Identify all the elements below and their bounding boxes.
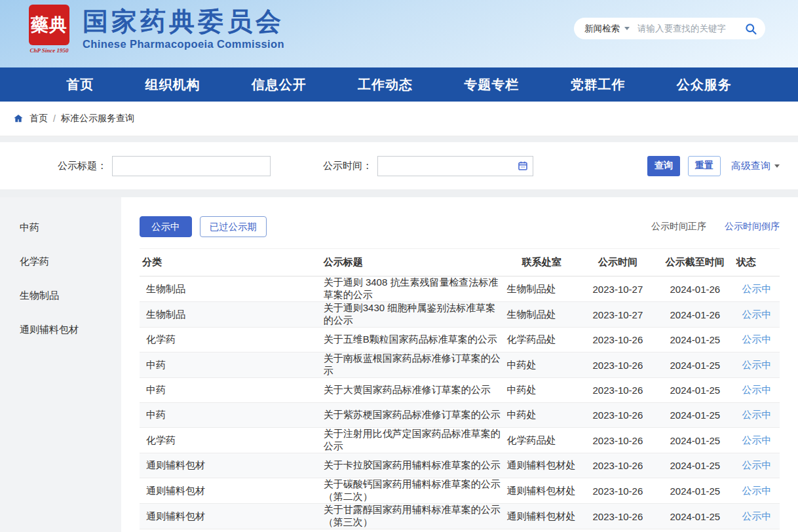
- cell-office: 通则辅料包材处: [504, 453, 579, 478]
- table-row: 通则辅料包材 关于碳酸钙国家药用辅料标准草案的公示（第二次） 通则辅料包材处 2…: [140, 478, 780, 504]
- cell-category: 通则辅料包材: [140, 478, 321, 504]
- status-link[interactable]: 公示中: [742, 384, 771, 395]
- title-filter-label: 公示标题：: [58, 160, 107, 172]
- announcement-title-link[interactable]: 关于紫苏梗国家药品标准修订草案的公示: [324, 409, 501, 420]
- cell-office: 通则辅料包材处: [504, 478, 579, 504]
- announcement-title-link[interactable]: 关于注射用比伐芦定国家药品标准草案的公示: [324, 428, 501, 451]
- advanced-query-link[interactable]: 高级查询: [731, 160, 780, 172]
- announcement-title-link[interactable]: 关于南板蓝根国家药品标准修订草案的公示: [324, 352, 501, 376]
- search-icon[interactable]: [744, 22, 757, 35]
- cell-category: 中药: [140, 403, 321, 428]
- cell-end-date: 2024-01-25: [656, 352, 734, 378]
- cell-category: 中药: [140, 352, 321, 378]
- cell-start-date: 2023-10-27: [579, 276, 656, 302]
- announcement-title-link[interactable]: 关于大黄国家药品标准修订草案的公示: [324, 384, 491, 395]
- title-filter-input[interactable]: [112, 156, 271, 176]
- pharmacopoeia-seal-icon: 藥典: [29, 5, 69, 45]
- nav-item[interactable]: 组织机构: [145, 76, 200, 94]
- status-link[interactable]: 公示中: [742, 309, 771, 320]
- cell-category: 生物制品: [140, 302, 321, 328]
- cell-end-date: 2024-01-25: [656, 504, 734, 529]
- top-search-bar: 新闻检索: [574, 18, 765, 39]
- table-row: 中药 关于大黄国家药品标准修订草案的公示 中药处 2023-10-26 2024…: [140, 378, 780, 403]
- reset-button[interactable]: 重置: [688, 156, 721, 176]
- tab-in-publicity[interactable]: 公示中: [140, 216, 192, 237]
- query-button[interactable]: 查询: [647, 156, 680, 176]
- status-link[interactable]: 公示中: [742, 333, 771, 345]
- cell-category: 中药: [140, 378, 321, 403]
- search-category-dropdown[interactable]: 新闻检索: [584, 23, 630, 35]
- table-header-row: 分类公示标题联系处室公示时间公示截至时间状态: [140, 249, 780, 276]
- status-link[interactable]: 公示中: [742, 283, 771, 294]
- table-row: 化学药 关于注射用比伐芦定国家药品标准草案的公示 化学药品处 2023-10-2…: [140, 428, 780, 453]
- sort-time-desc[interactable]: 公示时间倒序: [725, 221, 780, 233]
- content-area: 中药化学药生物制品通则辅料包材 公示中 已过公示期 公示时间正序 公示时间倒序 …: [0, 197, 798, 532]
- announcement-table: 分类公示标题联系处室公示时间公示截至时间状态 生物制品 关于通则 3408 抗生…: [140, 248, 780, 529]
- nav-item[interactable]: 专题专栏: [464, 76, 519, 94]
- status-link[interactable]: 公示中: [742, 359, 771, 370]
- status-link[interactable]: 公示中: [742, 409, 771, 420]
- tab-expired-publicity[interactable]: 已过公示期: [200, 216, 267, 237]
- chevron-down-icon: [624, 27, 630, 30]
- column-header: 公示时间: [579, 249, 656, 276]
- main-nav: 首页组织机构信息公开工作动态专题专栏党群工作公众服务: [0, 67, 798, 102]
- column-header: 分类: [140, 249, 321, 276]
- breadcrumb-home[interactable]: 首页: [29, 113, 48, 124]
- nav-item[interactable]: 首页: [66, 76, 94, 94]
- cell-office: 中药处: [504, 352, 579, 378]
- table-row: 生物制品 关于通则3430 细胞种属鉴别法标准草案的公示 生物制品处 2023-…: [140, 302, 780, 328]
- time-filter-input[interactable]: [377, 156, 533, 176]
- cell-office: 化学药品处: [504, 428, 579, 453]
- status-link[interactable]: 公示中: [742, 485, 771, 496]
- home-icon[interactable]: [13, 113, 24, 124]
- column-header: 状态: [734, 249, 780, 276]
- calendar-icon[interactable]: [518, 161, 528, 171]
- nav-item[interactable]: 信息公开: [252, 76, 307, 94]
- cell-category: 化学药: [140, 328, 321, 352]
- sort-time-asc[interactable]: 公示时间正序: [651, 221, 706, 233]
- cell-category: 化学药: [140, 428, 321, 453]
- announcement-title-link[interactable]: 关于五维B颗粒国家药品标准草案的公示: [324, 333, 497, 345]
- cell-start-date: 2023-10-26: [579, 352, 656, 378]
- main-panel: 公示中 已过公示期 公示时间正序 公示时间倒序 分类公示标题联系处室公示时间公示…: [121, 197, 798, 532]
- column-header: 联系处室: [504, 249, 579, 276]
- nav-item[interactable]: 工作动态: [358, 76, 413, 94]
- status-link[interactable]: 公示中: [742, 434, 771, 446]
- seal-caption: ChP Since 1950: [29, 47, 68, 54]
- announcement-title-link[interactable]: 关于碳酸钙国家药用辅料标准草案的公示（第二次）: [324, 478, 501, 502]
- announcement-title-link[interactable]: 关于甘露醇国家药用辅料标准草案的公示（第三次）: [324, 504, 501, 527]
- cell-end-date: 2024-01-26: [656, 276, 734, 302]
- column-header: 公示截至时间: [656, 249, 734, 276]
- search-input[interactable]: [637, 24, 744, 33]
- sidebar-item[interactable]: 中药: [0, 210, 121, 244]
- search-category-label: 新闻检索: [584, 23, 620, 35]
- status-link[interactable]: 公示中: [742, 459, 771, 470]
- sidebar-item[interactable]: 生物制品: [0, 278, 121, 313]
- announcement-title-link[interactable]: 关于卡拉胶国家药用辅料标准草案的公示: [324, 459, 501, 470]
- cell-office: 通则辅料包材处: [504, 504, 579, 529]
- time-filter-label: 公示时间：: [323, 160, 372, 172]
- column-header: 公示标题: [321, 249, 504, 276]
- table-row: 生物制品 关于通则 3408 抗生素残留量检查法标准草案的公示 生物制品处 20…: [140, 276, 780, 302]
- nav-item[interactable]: 公众服务: [677, 76, 732, 94]
- announcement-title-link[interactable]: 关于通则 3408 抗生素残留量检查法标准草案的公示: [324, 276, 499, 300]
- status-link[interactable]: 公示中: [742, 510, 771, 522]
- sidebar-item[interactable]: 通则辅料包材: [0, 313, 121, 347]
- chevron-down-icon: [774, 164, 780, 168]
- cell-start-date: 2023-10-26: [579, 478, 656, 504]
- cell-start-date: 2023-10-26: [579, 453, 656, 478]
- cell-end-date: 2024-01-25: [656, 403, 734, 428]
- announcement-title-link[interactable]: 关于通则3430 细胞种属鉴别法标准草案的公示: [324, 302, 496, 326]
- table-row: 中药 关于南板蓝根国家药品标准修订草案的公示 中药处 2023-10-26 20…: [140, 352, 780, 378]
- brand: 藥典 ChP Since 1950 国家药典委员会 Chinese Pharma…: [28, 5, 284, 54]
- cell-start-date: 2023-10-26: [579, 328, 656, 352]
- advanced-query-label: 高级查询: [731, 160, 770, 172]
- cell-start-date: 2023-10-26: [579, 378, 656, 403]
- cell-office: 化学药品处: [504, 328, 579, 352]
- cell-category: 生物制品: [140, 276, 321, 302]
- table-body: 生物制品 关于通则 3408 抗生素残留量检查法标准草案的公示 生物制品处 20…: [140, 276, 780, 529]
- nav-item[interactable]: 党群工作: [571, 76, 626, 94]
- table-row: 化学药 关于五维B颗粒国家药品标准草案的公示 化学药品处 2023-10-26 …: [140, 328, 780, 352]
- cell-end-date: 2024-01-25: [656, 453, 734, 478]
- sidebar-item[interactable]: 化学药: [0, 244, 121, 278]
